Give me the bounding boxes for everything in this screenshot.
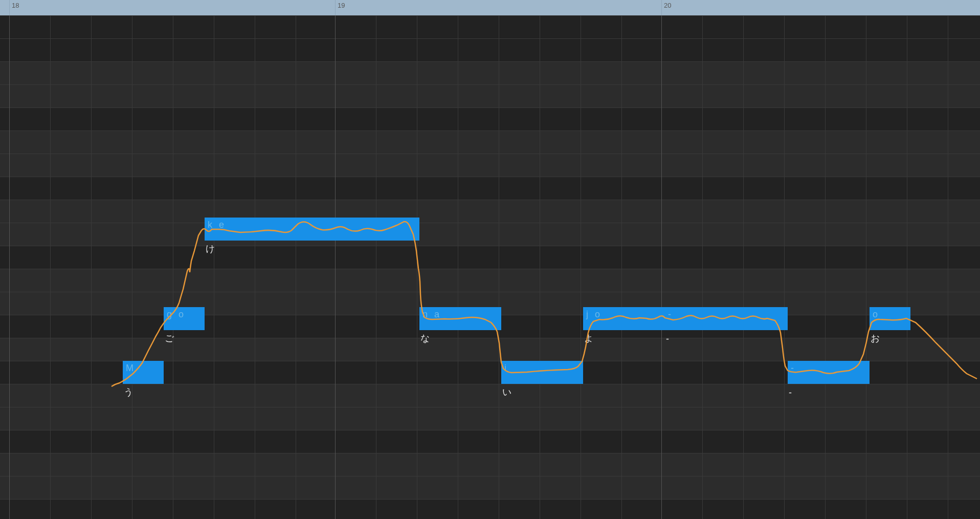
beat-line [255,15,255,519]
piano-row[interactable] [0,38,980,61]
timeline-marker: 19 [335,0,345,15]
timeline-marker: 20 [661,0,671,15]
note-block[interactable]: j o よ [583,307,665,330]
piano-row[interactable] [0,84,980,107]
beat-line [621,15,622,519]
beat-line [173,15,173,519]
note-block[interactable]: g o ご [164,307,205,330]
note-lyric[interactable]: ご [165,332,174,344]
beat-line [661,15,662,519]
beat-line [540,15,540,519]
note-phoneme: - [791,363,796,374]
piano-row[interactable] [0,499,980,519]
note-phoneme: n a [422,309,441,320]
beat-line [296,15,296,519]
beat-line [376,15,376,519]
note-lyric[interactable]: お [871,332,880,344]
beat-line [91,15,92,519]
note-phoneme: M [126,363,136,374]
beat-line [9,15,10,519]
beat-line [825,15,826,519]
piano-row[interactable] [0,453,980,476]
note-lyric[interactable]: - [666,334,669,344]
piano-row[interactable] [0,154,980,177]
vocal-editor[interactable]: 18 19 20 M う g o ご k e け n a な i い j o よ… [0,0,980,519]
piano-row[interactable] [0,269,980,292]
piano-row[interactable] [0,476,980,499]
note-phoneme: i [504,363,508,374]
note-block[interactable]: k e け [205,218,419,241]
piano-row[interactable] [0,223,980,246]
note-block[interactable]: i い [501,361,583,384]
beat-line [948,15,948,519]
note-lyric[interactable]: け [206,243,215,255]
beat-line [417,15,417,519]
beat-line [214,15,214,519]
beat-line [702,15,703,519]
piano-roll-grid[interactable] [0,15,980,519]
note-phoneme: k e [208,220,226,230]
piano-row[interactable] [0,384,980,407]
piano-row[interactable] [0,177,980,200]
note-block[interactable]: o お [870,307,910,330]
piano-row[interactable] [0,338,980,361]
note-lyric[interactable]: い [502,386,511,398]
beat-line [499,15,499,519]
note-block[interactable]: - - [788,361,870,384]
piano-row[interactable] [0,246,980,269]
beat-line [866,15,866,519]
piano-row[interactable] [0,200,980,223]
piano-row[interactable] [0,15,980,38]
note-phoneme: - [668,309,673,320]
piano-row[interactable] [0,61,980,84]
note-phoneme: j o [586,309,602,320]
note-phoneme: o [873,309,880,320]
note-phoneme: g o [167,309,186,320]
beat-line [132,15,132,519]
note-lyric[interactable]: な [420,332,430,344]
beat-line [50,15,51,519]
beat-line [335,15,336,519]
note-lyric[interactable]: - [789,387,792,398]
piano-row[interactable] [0,131,980,154]
beat-line [907,15,907,519]
piano-row[interactable] [0,430,980,453]
note-lyric[interactable]: う [124,386,133,398]
piano-row[interactable] [0,407,980,430]
note-lyric[interactable]: よ [584,332,593,344]
beat-line [458,15,458,519]
piano-row[interactable] [0,107,980,131]
note-block[interactable]: M う [123,361,164,384]
note-block[interactable]: - - [665,307,788,330]
beat-line [784,15,785,519]
beat-line [581,15,581,519]
timeline-ruler[interactable]: 18 19 20 [0,0,980,15]
timeline-marker: 18 [9,0,19,15]
beat-line [743,15,744,519]
note-block[interactable]: n a な [419,307,501,330]
